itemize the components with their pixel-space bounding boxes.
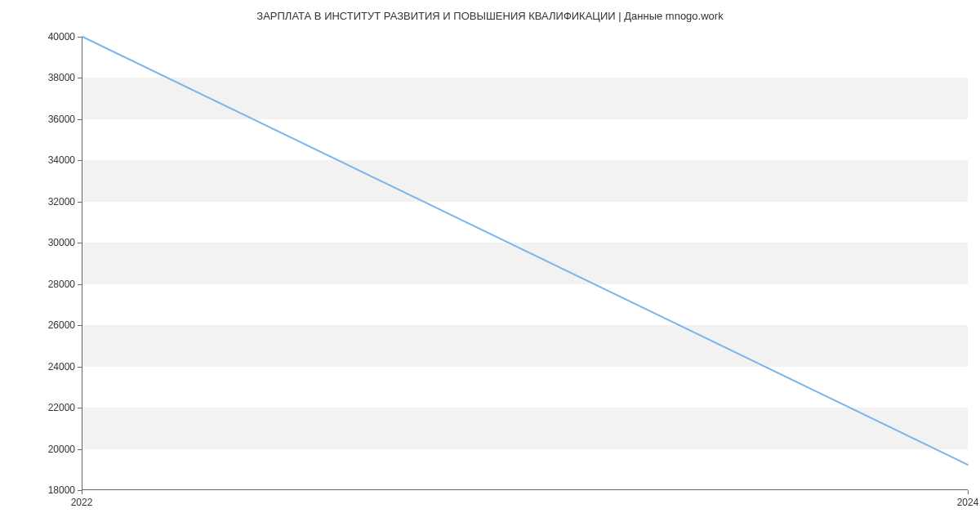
y-tick-mark <box>78 325 82 326</box>
y-tick-mark <box>78 160 82 161</box>
y-tick-label: 40000 <box>48 31 75 42</box>
x-tick-label: 2024 <box>957 497 979 508</box>
series-line-svg <box>82 37 968 489</box>
y-tick-label: 36000 <box>48 114 75 125</box>
y-tick-label: 22000 <box>48 402 75 413</box>
y-tick-label: 34000 <box>48 154 75 166</box>
y-tick-mark <box>78 367 82 368</box>
y-tick-label: 32000 <box>48 196 75 207</box>
y-tick-mark <box>78 243 82 243</box>
y-tick-mark <box>78 119 82 120</box>
plot-area <box>82 37 968 490</box>
x-tick-mark <box>82 490 82 494</box>
x-tick-label: 2022 <box>71 497 93 508</box>
y-tick-label: 20000 <box>48 444 75 455</box>
y-tick-mark <box>78 408 82 408</box>
y-tick-label: 24000 <box>48 361 75 373</box>
y-tick-mark <box>78 284 82 285</box>
y-tick-label: 38000 <box>48 72 75 83</box>
y-tick-label: 26000 <box>48 319 75 331</box>
series-line <box>82 37 968 465</box>
y-tick-label: 30000 <box>48 237 75 248</box>
y-tick-mark <box>78 202 82 203</box>
y-tick-mark <box>78 78 82 78</box>
y-tick-mark <box>78 449 82 450</box>
y-tick-label: 18000 <box>48 484 75 496</box>
x-tick-mark <box>968 490 969 494</box>
y-tick-label: 28000 <box>48 279 75 290</box>
chart-title: ЗАРПЛАТА В ИНСТИТУТ РАЗВИТИЯ И ПОВЫШЕНИЯ… <box>0 10 980 22</box>
y-tick-mark <box>78 37 82 38</box>
